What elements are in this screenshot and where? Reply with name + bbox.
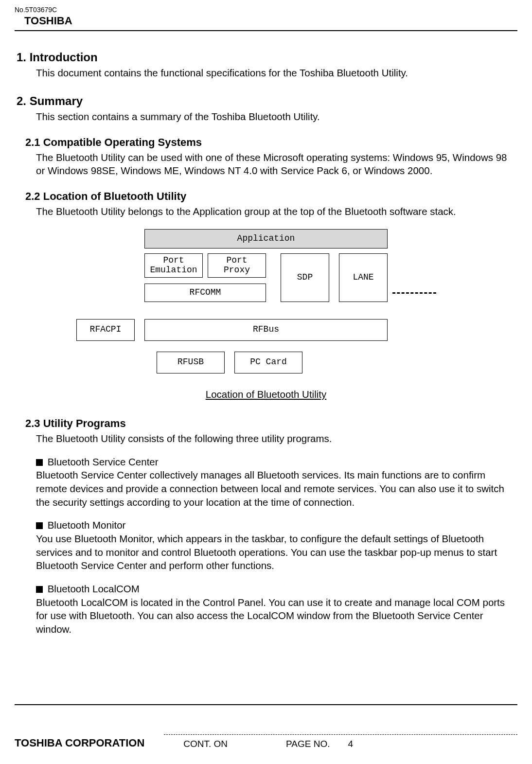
diagram-box-port-proxy: Port Proxy	[208, 253, 266, 278]
diagram-box-rfcomm: RFCOMM	[144, 284, 266, 302]
bullet-monitor-body: You use Bluetooth Monitor, which appears…	[36, 532, 515, 572]
diagram-caption: Location of Bluetooth Utility	[17, 388, 515, 401]
square-bullet-icon	[36, 586, 43, 593]
section-2-3-intro: The Bluetooth Utility consists of the fo…	[36, 432, 515, 445]
section-2-1-heading: 2.1 Compatible Operating Systems	[25, 135, 515, 150]
section-2-1-body: The Bluetooth Utility can be used with o…	[36, 151, 515, 178]
bullet-localcom-title: Bluetooth LocalCOM	[36, 582, 515, 596]
diagram-dashed-line	[392, 292, 436, 294]
diagram-box-application: Application	[144, 229, 388, 249]
bullet-localcom-body: Bluetooth LocalCOM is located in the Con…	[36, 596, 515, 636]
bullet-monitor-title: Bluetooth Monitor	[36, 518, 515, 532]
page-header: No.5T03679C TOSHIBA	[15, 0, 517, 31]
page-no-value: 4	[348, 739, 353, 749]
page-footer: TOSHIBA CORPORATION CONT. ON PAGE NO. 4	[15, 704, 517, 749]
bullet-bsc-body: Bluetooth Service Center collectively ma…	[36, 468, 515, 509]
diagram-box-lane: LANE	[339, 253, 388, 302]
bullet-localcom-title-text: Bluetooth LocalCOM	[45, 583, 140, 594]
section-2-heading: 2. Summary	[17, 93, 515, 109]
section-2-body: This section contains a summary of the T…	[36, 110, 515, 124]
bullet-bsc-title-text: Bluetooth Service Center	[45, 456, 159, 467]
cont-on-label: CONT. ON	[183, 739, 228, 749]
diagram-box-sdp: SDP	[281, 253, 329, 302]
square-bullet-icon	[36, 459, 43, 466]
diagram-box-rfacpi: RFACPI	[76, 319, 135, 341]
page-content: 1. Introduction This document contains t…	[15, 31, 517, 636]
diagram-box-rfusb: RFUSB	[157, 352, 225, 373]
page-no-label: PAGE NO.	[286, 739, 330, 749]
section-2-3-heading: 2.3 Utility Programs	[25, 416, 515, 431]
footer-right-block: CONT. ON PAGE NO. 4	[164, 734, 517, 749]
section-1-body: This document contains the functional sp…	[36, 66, 515, 80]
section-2-2-heading: 2.2 Location of Bluetooth Utility	[25, 189, 515, 204]
corporation-name: TOSHIBA CORPORATION	[15, 737, 144, 749]
square-bullet-icon	[36, 522, 43, 529]
diagram-box-port-emulation: Port Emulation	[144, 253, 203, 278]
diagram-container: Application Port Emulation Port Proxy SD…	[17, 229, 515, 380]
bullet-monitor-title-text: Bluetooth Monitor	[45, 519, 125, 531]
section-2-2-body: The Bluetooth Utility belongs to the App…	[36, 205, 515, 218]
bluetooth-stack-diagram: Application Port Emulation Port Proxy SD…	[76, 229, 456, 380]
diagram-box-pc-card: PC Card	[234, 352, 302, 373]
brand-name: TOSHIBA	[24, 15, 517, 27]
footer-row: TOSHIBA CORPORATION CONT. ON PAGE NO. 4	[15, 734, 517, 749]
bullet-bsc-title: Bluetooth Service Center	[36, 455, 515, 469]
section-1-heading: 1. Introduction	[17, 50, 515, 65]
diagram-box-rfbus: RFBus	[144, 319, 388, 341]
document-number: No.5T03679C	[15, 6, 517, 14]
footer-rule	[15, 704, 517, 705]
